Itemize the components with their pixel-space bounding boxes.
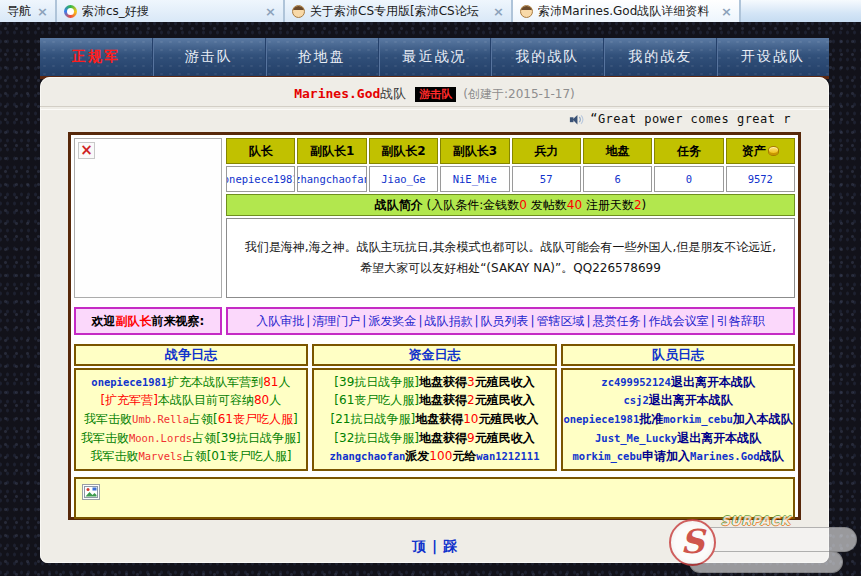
forum-avatar-icon: [292, 5, 305, 18]
stat-value-cell: onepiece1981: [226, 166, 295, 192]
stat-value-cell: 9572: [726, 166, 795, 192]
log-text: Marvels: [138, 450, 182, 462]
log-entry: [39抗日战争服]地盘获得3元殖民收入: [334, 374, 534, 391]
log-text: 我军击败: [90, 449, 138, 463]
tab-label: 关于索沛CS专用版[索沛CS论坛: [310, 3, 479, 20]
log-text: 元殖民收入: [475, 431, 535, 445]
log-text: 批准: [639, 412, 663, 426]
officer-link-作战会议室[interactable]: 作战会议室: [649, 313, 709, 330]
browser-tab[interactable]: 索沛Marines.God战队详细资料×: [513, 0, 741, 22]
team-description: 我们是海神,海之神。战队主玩抗日,其余模式也都可以。战队可能会有一些外国人,但是…: [226, 218, 795, 298]
haosou-logo-icon: [64, 5, 77, 18]
log-text: 61丧尸吃人服: [218, 412, 293, 426]
nav-item-正规军[interactable]: 正规军: [40, 38, 152, 76]
log-text: 人: [278, 375, 290, 389]
log-text: 地盘获得: [419, 375, 467, 389]
log-username[interactable]: Marines.God: [690, 450, 760, 462]
log-text: 派发: [405, 449, 429, 463]
log-text: 地盘获得: [419, 393, 467, 407]
tab-close-icon[interactable]: ×: [265, 5, 276, 18]
officer-link-管辖区域[interactable]: 管辖区域: [537, 313, 585, 330]
log-text: 80: [254, 393, 269, 407]
log-username[interactable]: Just_Me_Lucky: [595, 432, 677, 444]
log-username[interactable]: zc499952124: [601, 376, 671, 388]
log-text: 占领[: [189, 412, 218, 426]
vote-down-link[interactable]: 踩: [443, 538, 457, 554]
officer-link-战队捐款[interactable]: 战队捐款: [424, 313, 472, 330]
broken-image-icon: ×: [78, 142, 95, 159]
browser-tab[interactable]: 导航×: [0, 0, 57, 22]
log-text: 元殖民收入: [475, 375, 535, 389]
team-name-suffix: 战队: [380, 86, 406, 101]
nav-item-最近战况[interactable]: 最近战况: [378, 38, 491, 76]
log-text: 退出离开本战队: [649, 393, 733, 407]
intro-cond-pre: (入队条件:金钱数: [423, 197, 520, 214]
stat-header-cell: 任务: [654, 138, 723, 164]
log-entry: 我军击败Moon.Lords占领[39抗日战争服]: [81, 430, 301, 447]
log-body-money: [39抗日战争服]地盘获得3元殖民收入[61丧尸吃人服]地盘获得2元殖民收入[2…: [312, 368, 557, 471]
officer-link-入队审批[interactable]: 入队审批: [256, 313, 304, 330]
log-text: 81: [263, 375, 278, 389]
stat-value-cell: 6: [583, 166, 652, 192]
bottom-banner: [74, 477, 795, 519]
officer-link-引咎辞职[interactable]: 引咎辞职: [717, 313, 765, 330]
officer-link-队员列表[interactable]: 队员列表: [481, 313, 529, 330]
forum-avatar-icon: [520, 5, 533, 18]
link-separator: |: [643, 314, 647, 328]
log-username[interactable]: wan1212111: [476, 450, 539, 462]
nav-item-开设战队[interactable]: 开设战队: [716, 38, 829, 76]
log-text: 人: [269, 393, 281, 407]
nav-item-游击队[interactable]: 游击队: [152, 38, 265, 76]
nav-item-抢地盘[interactable]: 抢地盘: [265, 38, 378, 76]
tab-label: 索沛cs_好搜: [82, 3, 149, 20]
tab-close-icon[interactable]: ×: [37, 5, 48, 18]
log-text: 扩充本战队军营到: [167, 375, 263, 389]
log-username[interactable]: onepiece1981: [91, 376, 167, 388]
vote-up-link[interactable]: 顶: [412, 538, 426, 554]
announcement-row: “Great power comes great r: [40, 110, 829, 128]
link-separator: |: [418, 314, 422, 328]
tab-close-icon[interactable]: ×: [721, 5, 732, 18]
nav-item-我的战友[interactable]: 我的战友: [603, 38, 716, 76]
log-text: [扩充军营]: [101, 393, 158, 407]
team-detail-box: × 队长副队长1副队长2副队长3兵力地盘任务资产 onepiece1981zha…: [68, 132, 801, 520]
log-username[interactable]: morkim_cebu: [663, 413, 733, 425]
officer-link-清理门户[interactable]: 清理门户: [312, 313, 360, 330]
welcome-post: 前来视察:: [152, 313, 205, 330]
stat-header-cell: 兵力: [512, 138, 581, 164]
officer-link-派发奖金[interactable]: 派发奖金: [368, 313, 416, 330]
browser-tab[interactable]: 关于索沛CS专用版[索沛CS论坛×: [285, 0, 513, 22]
log-text: 占领[39抗日战争服]: [192, 431, 301, 445]
intro-bar: 战队简介 (入队条件:金钱数0 发帖数40 注册天数2): [226, 194, 795, 216]
log-text: 我军击败: [81, 431, 129, 445]
tab-close-icon[interactable]: ×: [493, 5, 504, 18]
log-entry: 我军击败Marvels占领[01丧尸吃人服]: [90, 448, 291, 465]
log-text: 2: [467, 393, 475, 407]
officer-link-悬赏任务[interactable]: 悬赏任务: [593, 313, 641, 330]
log-entry: [32抗日战争服]地盘获得9元殖民收入: [334, 430, 534, 447]
created-date: (创建于:2015-1-17): [463, 87, 575, 101]
gold-coin-icon: [768, 146, 779, 156]
log-username[interactable]: zhangchaofan: [330, 450, 406, 462]
nav-item-我的战队[interactable]: 我的战队: [490, 38, 603, 76]
team-type-badge: 游击队: [415, 87, 456, 102]
log-body-member: zc499952124退出离开本战队csj2退出离开本战队onepiece198…: [561, 368, 795, 471]
stats-header-row: 队长副队长1副队长2副队长3兵力地盘任务资产: [226, 138, 795, 164]
browser-tab[interactable]: 索沛cs_好搜×: [57, 0, 285, 22]
log-text: 地盘获得: [419, 431, 467, 445]
log-text: [61丧尸吃人服]: [334, 393, 419, 407]
log-username[interactable]: onepiece1981: [563, 413, 639, 425]
welcome-label: 欢迎副队长前来视察:: [74, 307, 222, 335]
log-text: 元殖民收入: [475, 393, 535, 407]
intro-days-value: 2: [634, 198, 642, 212]
log-username[interactable]: csj2: [623, 394, 648, 406]
log-text: [21抗日战争服]: [331, 412, 416, 426]
log-entry: onepiece1981扩充本战队军营到81人: [91, 374, 290, 391]
stat-header-cell: 资产: [726, 138, 795, 164]
link-separator: |: [474, 314, 478, 328]
log-text: [32抗日战争服]: [334, 431, 419, 445]
log-text: 元给: [452, 449, 476, 463]
link-separator: |: [306, 314, 310, 328]
browser-tab-bar: 导航×索沛cs_好搜×关于索沛CS专用版[索沛CS论坛×索沛Marines.Go…: [0, 0, 861, 23]
log-username[interactable]: morkim_cebu: [573, 450, 643, 462]
